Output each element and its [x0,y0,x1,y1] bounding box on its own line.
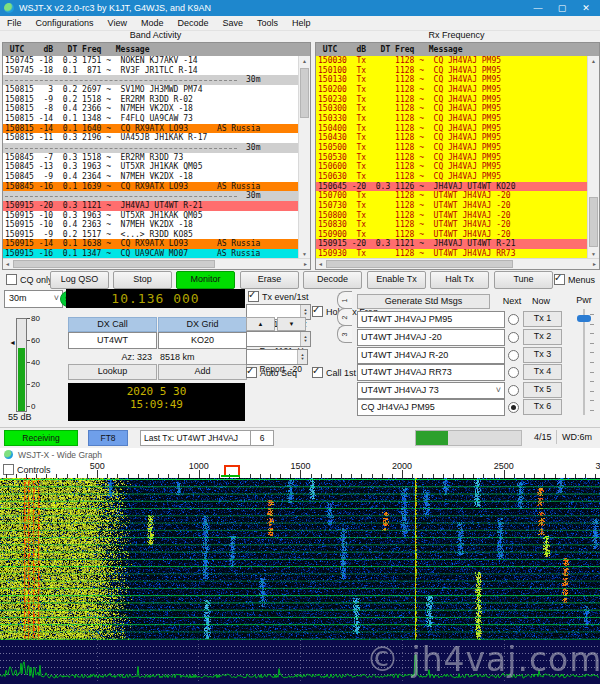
scroll-up-icon[interactable]: ▲ [588,58,599,64]
dx-grid-button[interactable]: DX Grid [158,317,247,332]
menu-configurations[interactable]: Configurations [29,16,101,30]
tx-now-button-3[interactable]: Tx 3 [523,347,562,363]
decode-row[interactable]: 150745 -18 0.1 871 ~ RV3F JR1TLC R-14 [3,66,299,76]
menu-decode[interactable]: Decode [170,16,215,30]
decode-row[interactable]: 150530 Tx 1128 ~ CQ JH4VAJ PM95 [316,153,588,163]
decode-row[interactable]: 150815 3 0.2 2697 ~ SV1MO JH3MWD PM74 [3,85,299,95]
cq-only-checkbox[interactable]: ✓ CQ only [6,274,53,285]
tx-next-radio-6[interactable] [508,402,519,413]
menu-tools[interactable]: Tools [250,16,285,30]
menu-save[interactable]: Save [215,16,250,30]
tx-even-checkbox[interactable]: ✓ Tx even/1st [248,291,309,302]
chevron-down-icon[interactable]: ˅ [54,291,59,306]
scroll-thumb[interactable] [326,260,513,268]
decode-row[interactable]: 150815 -8 0.4 2366 ~ N7MEH VK2DX -18 [3,104,299,114]
chevron-down-icon[interactable]: ˅ [496,383,501,398]
halt-tx-button[interactable]: Halt Tx [430,271,489,289]
decode-row[interactable]: 150330 Tx 1128 ~ CQ JH4VAJ PM95 [316,114,588,124]
decode-row[interactable]: 150915 -14 0.1 1638 ~ CQ RX9ATX LO93 AS … [3,239,299,249]
menu-help[interactable]: Help [285,16,318,30]
title-bar[interactable]: WSJT-X v2.2.0-rc3 by K1JT, G4WJS, and K9… [0,0,600,16]
decode-row[interactable]: 150400 Tx 1128 ~ CQ JH4VAJ PM95 [316,124,588,134]
tx-now-button-2[interactable]: Tx 2 [523,329,562,345]
decode-row[interactable]: 150300 Tx 1128 ~ CQ JH4VAJ PM95 [316,104,588,114]
report-spinner[interactable]: Report -20 ▲▼ [246,349,308,365]
decode-row[interactable]: 150845 -9 0.4 2364 ~ N7MEH VK2DX -18 [3,172,299,182]
menu-view[interactable]: View [101,16,134,30]
decode-row[interactable]: 150600 Tx 1128 ~ CQ JH4VAJ PM95 [316,162,588,172]
decode-row[interactable]: 150845 -16 0.1 1639 ~ CQ RX9ATX LO93 AS … [3,182,299,192]
waterfall-display[interactable] [0,478,600,640]
decode-row[interactable]: 150130 Tx 1128 ~ CQ JH4VAJ PM95 [316,75,588,85]
rx-frequency-hscrollbar[interactable]: ◄ ► [316,258,599,269]
generate-std-msgs-button[interactable]: Generate Std Msgs [357,294,490,309]
tx-now-button-6[interactable]: Tx 6 [523,399,562,415]
decode-row[interactable]: 150915 -10 0.3 1963 ~ UT5XR JH1KAK QM05 [3,211,299,221]
decode-row[interactable]: 150815 -9 0.2 1518 ~ ER2RM R3DD R-02 [3,95,299,105]
decode-row[interactable]: 150815 -14 0.1 1348 ~ F4FLQ UA9CAW 73 [3,114,299,124]
tx-next-radio-4[interactable] [508,367,519,378]
messages-tab-1[interactable]: 1 [337,291,352,309]
freq-down-button[interactable]: ▼ [277,317,306,331]
scroll-down-icon[interactable]: ▼ [299,251,310,257]
decode-row[interactable]: 150730 Tx 1128 ~ UT4WT JH4VAJ -20 [316,201,588,211]
decode-row[interactable]: 150900 Tx 1128 ~ UT4WT JH4VAJ -20 [316,230,588,240]
erase-button[interactable]: Erase [240,271,299,289]
dx-call-input[interactable]: UT4WT [68,332,157,349]
scroll-thumb[interactable] [300,68,309,118]
close-icon[interactable]: ✕ [574,0,598,16]
scroll-thumb[interactable] [13,260,215,268]
enable-tx-button[interactable]: Enable Tx [367,271,426,289]
decode-row[interactable]: 150915 -9 0.2 1517 ~ <...> R3DD KO85 [3,230,299,240]
decode-row[interactable]: 150100 Tx 1128 ~ CQ JH4VAJ PM95 [316,66,588,76]
freq-up-button[interactable]: ▲ [246,317,275,331]
spinner-down-icon[interactable]: ▼ [301,357,305,361]
decode-row[interactable]: 150230 Tx 1128 ~ CQ JH4VAJ PM95 [316,95,588,105]
decode-row[interactable]: 150845 -7 0.3 1518 ~ ER2RM R3DD 73 [3,153,299,163]
decode-row[interactable]: 150915 -10 0.4 2363 ~ N7MEH VK2DX -18 [3,220,299,230]
decode-row[interactable]: 150630 Tx 1128 ~ CQ JH4VAJ PM95 [316,172,588,182]
tune-button[interactable]: Tune [494,271,553,289]
tx-message-field-3[interactable]: UT4WT JH4VAJ R-20 [357,347,505,364]
stop-button[interactable]: Stop [113,271,172,289]
spinner-down-icon[interactable]: ▼ [304,339,308,343]
decode-row[interactable]: 150430 Tx 1128 ~ CQ JH4VAJ PM95 [316,133,588,143]
tx-now-button-1[interactable]: Tx 1 [523,311,562,327]
pwr-slider-track[interactable] [583,309,585,415]
tx-next-radio-2[interactable] [508,332,519,343]
tx-next-radio-3[interactable] [508,350,519,361]
spinner-down-icon[interactable]: ▼ [304,312,308,316]
pwr-slider-handle[interactable] [577,315,591,322]
minimize-icon[interactable]: — [526,0,550,16]
tx-next-radio-1[interactable] [508,314,519,325]
dx-grid-input[interactable]: KO20 [158,332,247,349]
decode-row[interactable]: 150500 Tx 1128 ~ CQ JH4VAJ PM95 [316,143,588,153]
messages-tab-3[interactable]: 3 [337,325,352,343]
tx-message-field-5[interactable]: UT4WT JH4VAJ 73˅ [357,382,505,399]
maximize-icon[interactable]: ▢ [550,0,574,16]
scroll-up-icon[interactable]: ▲ [299,58,310,64]
scroll-right-icon[interactable]: ► [303,261,308,267]
decode-row[interactable]: 150845 -13 0.3 1963 ~ UT5XR JH1KAK QM05 [3,162,299,172]
scroll-down-icon[interactable]: ▼ [588,251,599,257]
decode-row[interactable]: 150200 Tx 1128 ~ CQ JH4VAJ PM95 [316,85,588,95]
rx-freq-spinner[interactable]: Rx 1121 Hz ▲▼ [246,331,311,347]
tx-message-field-4[interactable]: UT4WT JH4VAJ RR73 [357,364,505,381]
menu-mode[interactable]: Mode [134,16,171,30]
decode-button[interactable]: Decode [303,271,362,289]
tx-now-button-4[interactable]: Tx 4 [523,364,562,380]
band-activity-vscrollbar[interactable]: ▲ ▼ [298,56,310,259]
auto-seq-checkbox[interactable]: ✓ Auto Seq [246,367,297,378]
wide-graph-title-bar[interactable]: WSJT-X - Wide Graph [0,448,600,462]
monitor-button[interactable]: Monitor [176,271,235,289]
scroll-right-icon[interactable]: ► [592,261,597,267]
band-activity-hscrollbar[interactable]: ◄ ► [3,258,310,269]
decode-row[interactable]: 150745 -18 0.3 1751 ~ NOKEN KJ7AKV -14 [3,56,299,66]
decode-row[interactable]: 150815 -11 0.3 2196 ~ UA45JB JH1KAK R-17 [3,133,299,143]
decode-row[interactable]: 150645 -20 0.3 1126 ~ JH4VAJ UT4WT KO20 [316,182,588,192]
menu-file[interactable]: File [0,16,29,30]
call-1st-checkbox[interactable]: ✓ Call 1st [312,367,356,378]
tx-message-field-6[interactable]: CQ JH4VAJ PM95 [357,399,505,416]
decode-row[interactable]: 150800 Tx 1128 ~ UT4WT JH4VAJ -20 [316,211,588,221]
rx-frequency-vscrollbar[interactable]: ▲ ▼ [587,56,599,259]
